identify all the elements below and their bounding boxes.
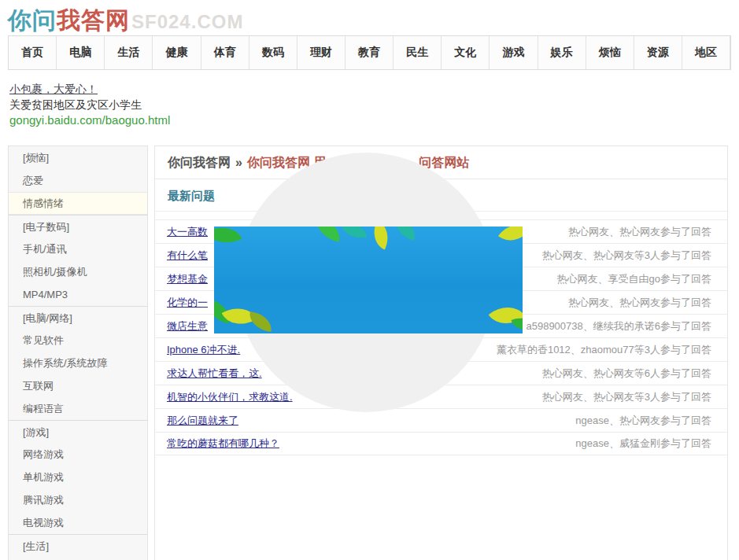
question-link[interactable]: 常吃的蘑菇都有哪几种？ xyxy=(167,437,279,451)
nav-item[interactable]: 体育 xyxy=(201,36,249,69)
nav-item[interactable]: 娱乐 xyxy=(538,36,586,69)
leaf-icon xyxy=(391,227,419,241)
sidebar-item[interactable]: 常见软件 xyxy=(9,329,147,352)
question-link[interactable]: 有什么笔 xyxy=(167,249,208,263)
sidebar-item[interactable]: 网络游戏 xyxy=(9,443,147,466)
question-link[interactable]: 梦想基金 xyxy=(167,272,208,286)
leaf-icon xyxy=(214,227,242,250)
main-panel: 你问我答网»你问我答网 用问答网站 最新问题 大一高数 热心网友、热心网友参与了… xyxy=(154,146,728,560)
sidebar-item[interactable]: 编程语言 xyxy=(9,397,147,420)
nav-item[interactable]: 游戏 xyxy=(490,36,538,69)
site-logo[interactable]: 你问我答网SF024.COM xyxy=(8,5,243,37)
leaf-icon xyxy=(248,311,274,332)
nav-item[interactable]: 理财 xyxy=(297,36,345,69)
question-answerers: 薰衣草的香1012、zhaomou77等3人参与了回答 xyxy=(497,343,711,357)
nav-item[interactable]: 数码 xyxy=(249,36,297,69)
question-answerers: 热心网友、享受自由go参与了回答 xyxy=(557,272,711,286)
sidebar-item[interactable]: 电视游戏 xyxy=(9,511,147,534)
nav-item[interactable]: 民生 xyxy=(394,36,442,69)
question-answerers: a598900738、继续我的承诺6参与了回答 xyxy=(526,319,711,333)
sidebar-item[interactable]: 单机游戏 xyxy=(9,466,147,488)
nav-item[interactable]: 烦恼 xyxy=(586,36,634,69)
sidebar-item[interactable]: 手机/通讯 xyxy=(9,238,147,260)
breadcrumb-title-left: 你问我答网 用 xyxy=(247,156,326,169)
question-answerers: 热心网友、热心网友等3人参与了回答 xyxy=(542,390,711,404)
question-answerers: 热心网友、热心网友参与了回答 xyxy=(568,225,711,239)
ad-url-link[interactable]: gongyi.baidu.com/baoguo.html xyxy=(9,112,170,128)
sidebar-item[interactable]: [游戏] xyxy=(9,420,147,443)
breadcrumb-title-right: 问答网站 xyxy=(419,156,469,169)
sidebar-item[interactable]: 腾讯游戏 xyxy=(9,488,147,511)
question-row: 求达人帮忙看看，这. 热心网友、热心网友等6人参与了回答 xyxy=(155,361,727,385)
question-answerers: ngease、热心网友参与了回答 xyxy=(575,414,711,428)
sidebar-item[interactable]: 照相机/摄像机 xyxy=(9,260,147,283)
sidebar-item[interactable]: [生活] xyxy=(9,534,147,557)
logo-part-teal: 你问 xyxy=(8,7,57,33)
breadcrumb-separator: » xyxy=(235,156,242,169)
nav-item[interactable]: 资源 xyxy=(634,36,682,69)
question-row: Iphone 6冲不进. 薰衣草的香1012、zhaomou77等3人参与了回答 xyxy=(155,337,727,361)
nav-item[interactable]: 生活 xyxy=(105,36,153,69)
sidebar-item[interactable]: 恋爱 xyxy=(9,169,147,192)
question-answerers: 热心网友、热心网友参与了回答 xyxy=(568,296,711,310)
question-row: 常吃的蘑菇都有哪几种？ ngease、威猛金刚参与了回答 xyxy=(155,432,727,455)
promo-banner-overlay xyxy=(214,227,523,333)
nav-item[interactable]: 教育 xyxy=(345,36,394,69)
question-link[interactable]: 微店生意 xyxy=(167,319,208,333)
breadcrumb-site-link[interactable]: 你问我答网 xyxy=(168,156,231,169)
nav-item[interactable]: 地区 xyxy=(682,36,730,69)
question-row: 机智的小伙伴们，求教这道. 热心网友、热心网友等3人参与了回答 xyxy=(155,385,727,408)
nav-item[interactable]: 首页 xyxy=(9,36,57,69)
sidebar-item[interactable]: 互联网 xyxy=(9,374,147,397)
nav-item[interactable]: 文化 xyxy=(442,36,490,69)
question-answerers: 热心网友、热心网友等6人参与了回答 xyxy=(542,367,711,381)
question-row: 那么问题就来了 ngease、热心网友参与了回答 xyxy=(155,408,727,432)
ad-block: 小包裹，大爱心！ 关爱贫困地区及灾区小学生 gongyi.baidu.com/b… xyxy=(9,81,170,128)
logo-watermark: SF024.COM xyxy=(131,11,243,32)
sidebar-item[interactable]: 操作系统/系统故障 xyxy=(9,352,147,374)
question-answerers: 热心网友、热心网友等3人参与了回答 xyxy=(542,249,711,263)
question-link[interactable]: 求达人帮忙看看，这. xyxy=(167,367,262,381)
question-link[interactable]: 化学的一 xyxy=(167,296,208,310)
breadcrumb: 你问我答网»你问我答网 用问答网站 xyxy=(155,146,727,179)
sidebar-item[interactable]: [电子数码] xyxy=(9,215,147,238)
logo-part-red: 我答网 xyxy=(57,7,130,33)
leaf-icon xyxy=(313,227,344,242)
question-link[interactable]: Iphone 6冲不进. xyxy=(167,343,240,357)
question-link[interactable]: 机智的小伙伴们，求教这道. xyxy=(167,390,293,404)
nav-item[interactable]: 健康 xyxy=(153,36,201,69)
question-link[interactable]: 大一高数 xyxy=(167,225,208,239)
leaf-icon xyxy=(498,227,523,249)
sidebar-item[interactable]: [电脑/网络] xyxy=(9,306,147,329)
leaf-icon xyxy=(342,227,368,241)
category-sidebar: [烦恼] 恋爱 情感情绪 [电子数码] 手机/通讯 照相机/摄像机 MP4/MP… xyxy=(8,146,148,560)
sidebar-item[interactable]: MP4/MP3 xyxy=(9,283,147,306)
question-answerers: ngease、威猛金刚参与了回答 xyxy=(575,437,711,451)
question-link[interactable]: 那么问题就来了 xyxy=(167,414,238,428)
top-nav: 首页 电脑 生活 健康 体育 数码 理财 教育 民生 文化 游戏 娱乐 烦恼 资… xyxy=(8,35,731,70)
sidebar-item[interactable]: 情感情绪 xyxy=(9,192,147,215)
ad-text: 关爱贫困地区及灾区小学生 xyxy=(9,97,170,112)
sidebar-item[interactable]: [烦恼] xyxy=(9,146,147,169)
section-title-latest-questions: 最新问题 xyxy=(155,179,727,212)
ad-link[interactable]: 小包裹，大爱心！ xyxy=(9,81,170,97)
leaf-icon xyxy=(368,227,394,250)
nav-item[interactable]: 电脑 xyxy=(57,36,105,69)
